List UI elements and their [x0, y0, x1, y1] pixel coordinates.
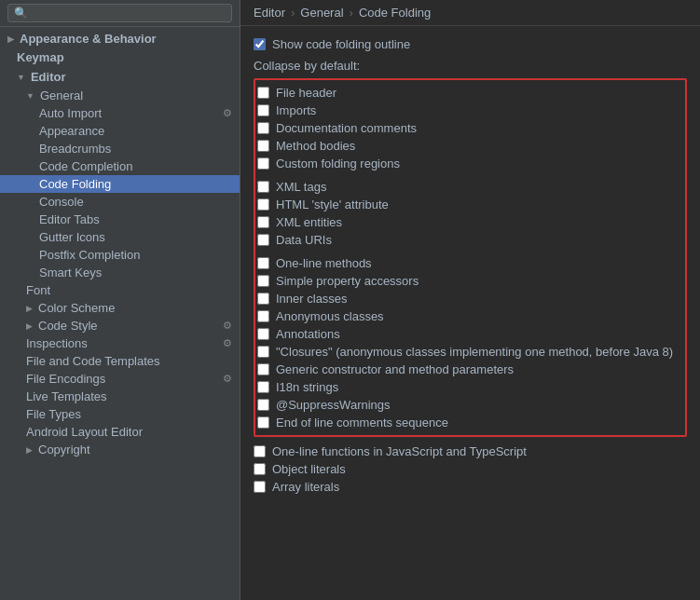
array-literals-checkbox[interactable]: [254, 481, 266, 493]
sidebar-item-font[interactable]: Font: [0, 281, 240, 299]
anonymous-classes-checkbox[interactable]: [257, 310, 269, 322]
sidebar-item-console[interactable]: Console: [0, 193, 240, 211]
sidebar-item-appearance[interactable]: Appearance: [0, 122, 240, 140]
sidebar-item-file-and-code-templates[interactable]: File and Code Templates: [0, 352, 240, 370]
sidebar-item-live-templates[interactable]: Live Templates: [0, 388, 240, 405]
sidebar-item-postfix-completion[interactable]: Postfix Completion: [0, 246, 240, 264]
sidebar-label: Editor Tabs: [39, 212, 100, 226]
simple-property-accessors-row[interactable]: Simple property accessors: [257, 272, 683, 290]
search-input[interactable]: [7, 4, 232, 22]
imports-checkbox[interactable]: [257, 104, 269, 116]
sidebar-item-file-encodings[interactable]: File Encodings ⚙: [0, 370, 240, 388]
annotations-row[interactable]: Annotations: [257, 325, 683, 343]
sidebar-label: Smart Keys: [39, 266, 102, 280]
file-header-label: File header: [276, 86, 336, 100]
xml-tags-checkbox[interactable]: [257, 181, 269, 193]
sidebar-item-general[interactable]: ▼ General: [0, 87, 240, 104]
show-outline-row[interactable]: Show code folding outline: [254, 35, 687, 53]
xml-tags-row[interactable]: XML tags: [257, 178, 683, 196]
i18n-strings-checkbox[interactable]: [257, 381, 269, 393]
sidebar-item-code-style[interactable]: ▶ Code Style ⚙: [0, 317, 240, 334]
one-line-functions-checkbox[interactable]: [254, 445, 266, 457]
breadcrumb-separator: ›: [291, 6, 295, 20]
sidebar-item-auto-import[interactable]: Auto Import ⚙: [0, 104, 240, 122]
sidebar-label: Appearance: [39, 124, 104, 138]
sidebar-item-editor[interactable]: ▼ Editor: [0, 67, 240, 87]
sidebar-item-copyright[interactable]: ▶ Copyright: [0, 441, 240, 458]
one-line-methods-checkbox[interactable]: [257, 257, 269, 269]
inner-classes-checkbox[interactable]: [257, 293, 269, 305]
sidebar-item-android-layout-editor[interactable]: Android Layout Editor: [0, 423, 240, 441]
closures-row[interactable]: "Closures" (anonymous classes implementi…: [257, 343, 683, 361]
object-literals-row[interactable]: Object literals: [254, 460, 687, 478]
sidebar-label: Android Layout Editor: [26, 425, 143, 439]
sidebar-label: File and Code Templates: [26, 354, 160, 368]
object-literals-checkbox[interactable]: [254, 463, 266, 475]
breadcrumb-separator: ›: [350, 6, 353, 20]
sidebar-item-editor-tabs[interactable]: Editor Tabs: [0, 211, 240, 228]
array-literals-row[interactable]: Array literals: [254, 478, 687, 496]
xml-entities-row[interactable]: XML entities: [257, 213, 683, 231]
sidebar-item-file-types[interactable]: File Types: [0, 405, 240, 423]
file-header-checkbox[interactable]: [257, 87, 269, 99]
end-of-line-comments-label: End of line comments sequence: [276, 416, 448, 430]
one-line-functions-row[interactable]: One-line functions in JavaScript and Typ…: [254, 443, 687, 460]
html-style-attribute-row[interactable]: HTML 'style' attribute: [257, 196, 683, 213]
documentation-comments-checkbox[interactable]: [257, 122, 269, 134]
documentation-comments-row[interactable]: Documentation comments: [257, 119, 683, 137]
inner-classes-row[interactable]: Inner classes: [257, 290, 683, 307]
sidebar-item-smart-keys[interactable]: Smart Keys: [0, 264, 240, 281]
annotations-checkbox[interactable]: [257, 328, 269, 340]
main-content: Editor › General › Code Folding Show cod…: [240, 0, 700, 600]
method-bodies-row[interactable]: Method bodies: [257, 137, 683, 155]
sidebar-label: Color Scheme: [38, 301, 115, 315]
sidebar-item-code-folding[interactable]: Code Folding: [0, 175, 240, 193]
documentation-comments-label: Documentation comments: [276, 121, 417, 135]
sidebar-item-gutter-icons[interactable]: Gutter Icons: [0, 228, 240, 246]
data-uris-checkbox[interactable]: [257, 234, 269, 246]
breadcrumb-part-3: Code Folding: [359, 6, 431, 20]
data-uris-row[interactable]: Data URIs: [257, 231, 683, 249]
show-outline-checkbox[interactable]: [254, 38, 266, 50]
settings-sidebar[interactable]: ▶ Appearance & Behavior Keymap ▼ Editor …: [0, 0, 240, 600]
imports-row[interactable]: Imports: [257, 102, 683, 119]
sidebar-label: File Types: [26, 407, 81, 421]
end-of-line-comments-row[interactable]: End of line comments sequence: [257, 414, 683, 431]
one-line-functions-label: One-line functions in JavaScript and Typ…: [272, 444, 527, 458]
sidebar-label: File Encodings: [26, 372, 105, 386]
file-header-row[interactable]: File header: [257, 84, 683, 102]
suppress-warnings-row[interactable]: @SuppressWarnings: [257, 396, 683, 414]
caret-icon: ▼: [17, 73, 25, 82]
generic-constructor-label: Generic constructor and method parameter…: [276, 362, 514, 376]
custom-folding-regions-label: Custom folding regions: [276, 157, 400, 170]
sidebar-item-code-completion[interactable]: Code Completion: [0, 157, 240, 175]
caret-icon: ▶: [26, 304, 33, 313]
sidebar-item-breadcrumbs[interactable]: Breadcrumbs: [0, 140, 240, 157]
i18n-strings-label: I18n strings: [276, 380, 338, 394]
html-style-attribute-checkbox[interactable]: [257, 198, 269, 211]
sidebar-item-appearance-behavior[interactable]: ▶ Appearance & Behavior: [0, 27, 240, 48]
sidebar-label: Font: [26, 283, 50, 297]
breadcrumb-part-1: Editor: [254, 6, 285, 20]
custom-folding-regions-checkbox[interactable]: [257, 157, 269, 170]
simple-property-accessors-checkbox[interactable]: [257, 275, 269, 287]
sidebar-item-inspections[interactable]: Inspections ⚙: [0, 334, 240, 352]
sidebar-item-keymap[interactable]: Keymap: [0, 48, 240, 67]
sidebar-item-color-scheme[interactable]: ▶ Color Scheme: [0, 299, 240, 317]
i18n-strings-row[interactable]: I18n strings: [257, 378, 683, 396]
anonymous-classes-row[interactable]: Anonymous classes: [257, 307, 683, 325]
generic-constructor-row[interactable]: Generic constructor and method parameter…: [257, 361, 683, 378]
custom-folding-regions-row[interactable]: Custom folding regions: [257, 155, 683, 172]
suppress-warnings-checkbox[interactable]: [257, 399, 269, 411]
sidebar-label: Inspections: [26, 336, 88, 350]
end-of-line-comments-checkbox[interactable]: [257, 416, 269, 429]
one-line-methods-row[interactable]: One-line methods: [257, 254, 683, 272]
caret-icon: ▶: [26, 445, 33, 455]
closures-checkbox[interactable]: [257, 346, 269, 358]
generic-constructor-checkbox[interactable]: [257, 363, 269, 375]
simple-property-accessors-label: Simple property accessors: [276, 274, 419, 288]
xml-entities-checkbox[interactable]: [257, 216, 269, 228]
method-bodies-checkbox[interactable]: [257, 140, 269, 152]
sidebar-label: Code Style: [38, 319, 98, 333]
search-bar[interactable]: [0, 0, 240, 27]
